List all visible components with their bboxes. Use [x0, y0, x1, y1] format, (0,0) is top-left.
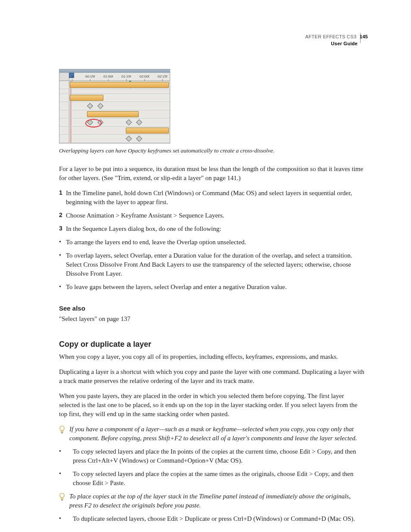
step-item: 2 Choose Animation > Keyframe Assistant …: [59, 211, 365, 220]
step-number: 1: [59, 189, 66, 207]
body-paragraph: When you paste layers, they are placed i…: [59, 392, 365, 419]
step-number: 2: [59, 211, 66, 220]
page-number: 145: [358, 34, 368, 39]
page: AFTER EFFECTS CS3 145 User Guide 0f 00:1…: [0, 0, 411, 532]
bullet-item: • To arrange the layers end to end, leav…: [59, 238, 365, 247]
step-item: 3 In the Sequence Layers dialog box, do …: [59, 224, 365, 233]
tip-text: If you have a component of a layer—such …: [69, 425, 365, 443]
bullet-item: • To copy selected layers and place the …: [59, 470, 365, 488]
figure-caption: Overlapping layers can have Opacity keyf…: [59, 147, 365, 155]
bullet-text: To duplicate selected layers, choose Edi…: [66, 514, 365, 523]
bullet-text: To overlap layers, select Overlap, enter…: [66, 251, 365, 278]
timeline-figure: 0f 00:15f 01:00f 01:15f 02:00f 02:15f: [59, 69, 365, 155]
bullet-text: To copy selected layers and place the co…: [66, 470, 365, 488]
annotation-circle-icon: [85, 119, 102, 128]
svg-point-0: [60, 426, 64, 430]
bullet-item: • To copy selected layers and place the …: [59, 447, 365, 465]
content: 0f 00:15f 01:00f 01:15f 02:00f 02:15f: [59, 69, 365, 523]
header-separator: [360, 33, 361, 43]
tip-note: To place copies at the top of the layer …: [59, 492, 365, 510]
ruler-tick: 0f: [71, 74, 74, 81]
ruler-tick: 01:00f: [103, 74, 113, 81]
bullet-marker-icon: •: [59, 447, 66, 465]
bullet-item: • To leave gaps between the layers, sele…: [59, 283, 365, 292]
running-header: AFTER EFFECTS CS3 145 User Guide: [305, 34, 368, 47]
bullet-marker-icon: •: [59, 283, 66, 292]
timeline-panel: 0f 00:15f 01:00f 01:15f 02:00f 02:15f: [59, 69, 170, 143]
topic-heading: Copy or duplicate a layer: [59, 339, 365, 350]
body-paragraph: Duplicating a layer is a shortcut with w…: [59, 367, 365, 386]
bullet-item: • To overlap layers, select Overlap, ent…: [59, 251, 365, 278]
body-paragraph: When you copy a layer, you copy all of i…: [59, 352, 365, 361]
lightbulb-icon: [59, 425, 69, 443]
step-text: In the Timeline panel, hold down Ctrl (W…: [66, 189, 365, 207]
bullet-marker-icon: •: [59, 514, 66, 523]
see-also-link: "Select layers" on page 137: [59, 314, 365, 324]
svg-point-3: [60, 493, 64, 498]
bullet-marker-icon: •: [59, 251, 66, 278]
ruler-tick: 02:00f: [140, 74, 149, 81]
ruler-tick: 00:15f: [85, 74, 95, 81]
bullet-text: To leave gaps between the layers, select…: [66, 283, 365, 292]
bullet-text: To arrange the layers end to end, leave …: [66, 238, 365, 247]
bullet-marker-icon: •: [59, 238, 66, 247]
bullet-text: To copy selected layers and place the In…: [66, 447, 365, 465]
bullet-marker-icon: •: [59, 470, 66, 488]
ruler-tick: 01:15f: [121, 74, 131, 81]
body-paragraph: For a layer to be put into a sequence, i…: [59, 165, 365, 183]
product-name: AFTER EFFECTS CS3: [305, 34, 357, 39]
step-number: 3: [59, 224, 66, 233]
doc-type: User Guide: [305, 40, 368, 47]
step-text: Choose Animation > Keyframe Assistant > …: [66, 211, 365, 220]
bullet-item: • To duplicate selected layers, choose E…: [59, 514, 365, 523]
tip-text: To place copies at the top of the layer …: [69, 492, 365, 510]
step-item: 1 In the Timeline panel, hold down Ctrl …: [59, 189, 365, 207]
step-text: In the Sequence Layers dialog box, do on…: [66, 224, 365, 233]
ruler-tick: 02:15f: [158, 74, 167, 81]
tip-note: If you have a component of a layer—such …: [59, 425, 365, 443]
lightbulb-icon: [59, 492, 69, 510]
see-also-heading: See also: [59, 304, 365, 313]
